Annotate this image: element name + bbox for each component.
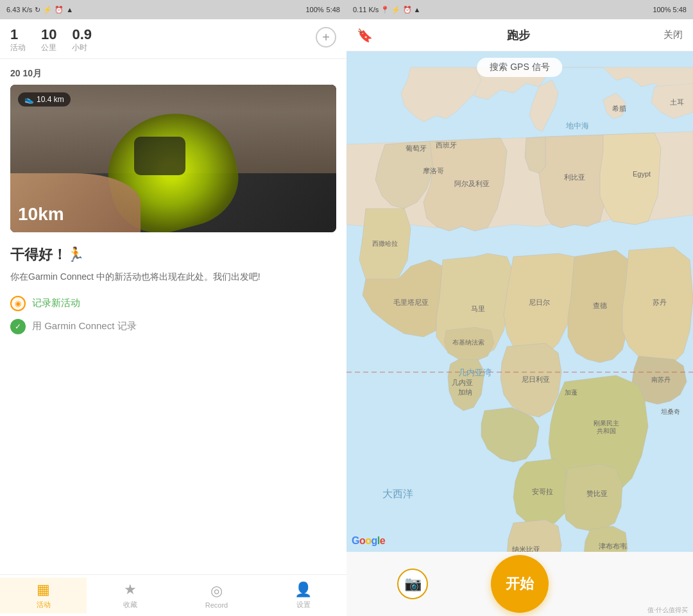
run-type-icon[interactable]: 🔖 [357,28,373,43]
map-bottom-bar: 📷 开始 [346,552,693,616]
settings-nav-label: 设置 [296,600,311,610]
svg-text:土耳: 土耳 [670,98,684,106]
svg-text:加纳: 加纳 [458,388,472,396]
add-activity-button[interactable]: + [316,27,336,47]
activities-value: 1 [10,27,26,42]
stat-hours: 0.9 小时 [72,27,92,53]
svg-text:尼日利亚: 尼日利亚 [522,375,550,383]
status-left-info: 6.43 K/s ↻ ⚡ ⏰ ▲ [6,6,73,14]
record-nav-icon: ◎ [210,583,223,599]
signal-icon: ▲ [66,6,73,13]
status-right-info: 100% 5:48 [305,6,340,13]
shoe-laces [134,137,185,175]
favorites-nav-icon: ★ [124,581,137,598]
svg-text:共和国: 共和国 [597,427,616,434]
signal-icon-right: ▲ [414,6,421,13]
activity-card[interactable]: 👟 10.4 km 10km [10,85,336,232]
check-symbol: ✓ [15,322,21,331]
record-new-icon: ◉ [10,296,26,311]
svg-text:西撒哈拉: 西撒哈拉 [372,240,398,247]
close-button[interactable]: 关闭 [663,29,683,41]
svg-text:坦桑奇: 坦桑奇 [660,408,680,415]
nav-item-record[interactable]: ◎ Record [173,579,260,613]
shoe-icon: 👟 [24,95,34,104]
header-stats: 1 活动 10 公里 0.9 小时 + [0,19,346,59]
svg-text:南苏丹: 南苏丹 [651,376,671,383]
svg-text:津布布韦: 津布布韦 [599,542,627,550]
right-panel: 0.11 K/s 📍 ⚡ ⏰ ▲ 100% 5:48 🔖 跑步 关闭 [346,0,693,616]
battery-left: 100% [305,6,323,13]
app-header: 🔖 跑步 关闭 [346,19,693,51]
svg-text:布基纳法索: 布基纳法索 [452,339,484,346]
google-o1: o [359,535,365,546]
stat-distance: 10 公里 [41,27,56,53]
nav-item-activities[interactable]: ▦ 活动 [0,578,87,613]
bottom-nav: ▦ 活动 ★ 收藏 ◎ Record 👤 设置 [0,574,346,616]
svg-text:纳米比亚: 纳米比亚 [512,545,540,552]
svg-text:查德: 查德 [593,302,607,309]
nav-item-favorites[interactable]: ★ 收藏 [87,578,173,613]
svg-text:尼日尔: 尼日尔 [529,298,550,306]
hours-value: 0.9 [72,27,92,42]
activities-nav-icon: ▦ [37,581,50,598]
network-speed-right: 0.11 K/s [353,6,379,13]
camera-button[interactable]: 📷 [397,569,428,599]
alarm-icon-right: ⏰ [403,6,412,13]
svg-text:摩洛哥: 摩洛哥 [423,167,444,175]
time-right: 5:48 [673,6,687,13]
record-icon-symbol: ◉ [15,299,21,308]
bluetooth-icon: ⚡ [43,6,52,14]
svg-text:赞比亚: 赞比亚 [586,490,608,497]
nav-item-settings[interactable]: 👤 设置 [260,578,346,613]
google-e: e [380,535,385,546]
network-speed-left: 6.43 K/s [6,6,32,13]
distance-value: 10 [41,27,56,42]
record-new-activity-item[interactable]: ◉ 记录新活动 [10,296,336,311]
date-section: 20 10月 [0,59,346,85]
settings-nav-icon: 👤 [295,581,312,598]
status-bar-left: 6.43 K/s ↻ ⚡ ⏰ ▲ 100% 5:48 [0,0,346,19]
svg-text:大西洋: 大西洋 [382,488,413,499]
google-o2: o [365,535,371,546]
map-container[interactable]: 大西洋 几内亚湾 地中海 摩洛哥 阿尔及利亚 利比亚 Egypt 西撒哈拉 毛里… [346,51,693,552]
svg-text:几内亚: 几内亚 [452,379,473,386]
status-right-right: 100% 5:48 [653,6,687,13]
encourage-title: 干得好！🏃 [10,245,336,264]
garmin-connect-item[interactable]: ✓ 用 Garmin Connect 记录 [10,319,336,334]
garmin-connect-label: 用 Garmin Connect 记录 [32,320,137,332]
svg-text:苏丹: 苏丹 [653,298,667,306]
favorites-nav-label: 收藏 [123,600,137,610]
alarm-icon: ⏰ [55,6,64,14]
svg-text:西班牙: 西班牙 [436,141,457,149]
left-panel: 6.43 K/s ↻ ⚡ ⏰ ▲ 100% 5:48 1 活动 10 公里 0.… [0,0,346,616]
sync-icon: ↻ [35,6,40,14]
gps-search-bar: 搜索 GPS 信号 [477,58,562,77]
time-left: 5:48 [327,6,340,13]
svg-text:希腊: 希腊 [612,105,626,112]
svg-text:阿尔及利亚: 阿尔及利亚 [454,180,490,187]
google-g2: g [372,535,377,546]
svg-text:加蓬: 加蓬 [565,389,578,396]
activity-title: 10km [18,204,64,225]
gps-search-text: 搜索 GPS 信号 [490,62,549,72]
google-g1: G [352,535,359,546]
map-svg: 大西洋 几内亚湾 地中海 摩洛哥 阿尔及利亚 利比亚 Egypt 西撒哈拉 毛里… [346,51,693,552]
svg-text:利比亚: 利比亚 [564,173,585,181]
distance-label: 公里 [41,42,56,53]
activities-nav-label: 活动 [37,600,51,610]
camera-icon: 📷 [404,576,422,592]
garmin-check-icon: ✓ [10,319,26,334]
svg-text:安哥拉: 安哥拉 [532,488,553,495]
date-label: 20 10月 [10,68,42,78]
watermark: 值·什么值得买 [647,606,688,615]
status-right-left: 0.11 K/s 📍 ⚡ ⏰ ▲ [353,6,421,14]
stat-activities: 1 活动 [10,27,26,53]
start-button[interactable]: 开始 [491,555,549,613]
bluetooth-icon-right: ⚡ [391,6,400,13]
svg-text:刚果民主: 刚果民主 [594,420,619,427]
record-new-label: 记录新活动 [32,297,80,309]
svg-text:几内亚湾: 几内亚湾 [458,368,492,377]
record-nav-label: Record [205,601,228,609]
svg-text:葡萄牙: 葡萄牙 [406,144,427,152]
app-header-title: 跑步 [507,28,530,43]
